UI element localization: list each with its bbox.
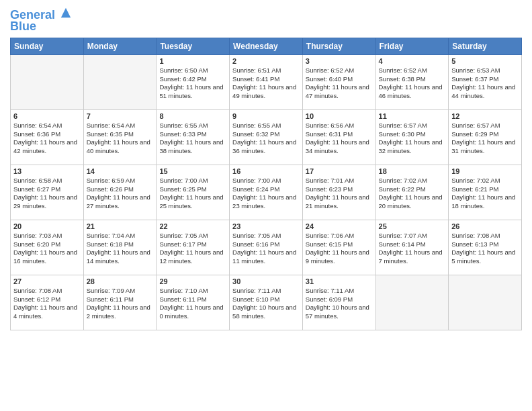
calendar-header-cell: Tuesday — [157, 38, 230, 54]
calendar-day-cell: 11Sunrise: 6:57 AMSunset: 6:30 PMDayligh… — [375, 109, 449, 165]
day-detail: Sunrise: 7:00 AMSunset: 6:25 PMDaylight:… — [159, 177, 226, 211]
calendar-day-cell: 3Sunrise: 6:52 AMSunset: 6:40 PMDaylight… — [302, 54, 375, 109]
day-number: 27 — [13, 277, 81, 285]
svg-marker-0 — [61, 8, 71, 17]
day-detail: Sunrise: 6:55 AMSunset: 6:32 PMDaylight:… — [232, 122, 300, 156]
calendar-week-row: 27Sunrise: 7:08 AMSunset: 6:12 PMDayligh… — [11, 275, 522, 330]
day-detail: Sunrise: 7:04 AMSunset: 6:18 PMDaylight:… — [87, 232, 154, 266]
calendar-day-cell: 20Sunrise: 7:03 AMSunset: 6:20 PMDayligh… — [11, 220, 84, 275]
day-detail: Sunrise: 7:11 AMSunset: 6:10 PMDaylight:… — [232, 287, 300, 321]
day-number: 29 — [159, 277, 226, 285]
calendar-day-cell: 14Sunrise: 6:59 AMSunset: 6:26 PMDayligh… — [83, 165, 157, 220]
day-detail: Sunrise: 6:52 AMSunset: 6:38 PMDaylight:… — [379, 66, 446, 101]
day-number: 2 — [232, 57, 300, 65]
day-number: 23 — [232, 222, 300, 230]
calendar-header-cell: Sunday — [11, 38, 84, 54]
calendar-header-cell: Thursday — [302, 38, 375, 54]
calendar-day-cell: 12Sunrise: 6:57 AMSunset: 6:29 PMDayligh… — [449, 109, 522, 165]
calendar-day-cell — [83, 54, 157, 109]
day-number: 28 — [87, 277, 154, 285]
day-number: 12 — [451, 112, 519, 120]
day-number: 31 — [306, 277, 373, 285]
calendar-week-row: 20Sunrise: 7:03 AMSunset: 6:20 PMDayligh… — [11, 220, 522, 275]
calendar-header-cell: Monday — [83, 38, 157, 54]
logo: General Blue — [10, 7, 72, 34]
day-detail: Sunrise: 6:57 AMSunset: 6:29 PMDaylight:… — [451, 122, 519, 156]
calendar-day-cell: 31Sunrise: 7:11 AMSunset: 6:09 PMDayligh… — [302, 275, 375, 330]
day-detail: Sunrise: 7:07 AMSunset: 6:14 PMDaylight:… — [379, 232, 446, 266]
calendar-header-cell: Friday — [375, 38, 449, 54]
day-detail: Sunrise: 7:06 AMSunset: 6:15 PMDaylight:… — [306, 232, 373, 266]
day-number: 6 — [13, 112, 81, 120]
calendar-day-cell: 18Sunrise: 7:02 AMSunset: 6:22 PMDayligh… — [375, 165, 449, 220]
calendar-day-cell — [375, 275, 449, 330]
day-detail: Sunrise: 7:05 AMSunset: 6:17 PMDaylight:… — [159, 232, 226, 266]
calendar-day-cell: 9Sunrise: 6:55 AMSunset: 6:32 PMDaylight… — [230, 109, 303, 165]
day-detail: Sunrise: 7:02 AMSunset: 6:21 PMDaylight:… — [451, 177, 519, 211]
day-detail: Sunrise: 6:59 AMSunset: 6:26 PMDaylight:… — [87, 177, 154, 211]
day-number: 20 — [13, 222, 81, 230]
calendar-day-cell: 30Sunrise: 7:11 AMSunset: 6:10 PMDayligh… — [230, 275, 303, 330]
day-number: 3 — [306, 57, 373, 65]
calendar-day-cell: 22Sunrise: 7:05 AMSunset: 6:17 PMDayligh… — [157, 220, 230, 275]
calendar-day-cell: 1Sunrise: 6:50 AMSunset: 6:42 PMDaylight… — [157, 54, 230, 109]
day-detail: Sunrise: 6:54 AMSunset: 6:36 PMDaylight:… — [13, 122, 81, 156]
day-detail: Sunrise: 7:00 AMSunset: 6:24 PMDaylight:… — [232, 177, 300, 211]
calendar-day-cell: 25Sunrise: 7:07 AMSunset: 6:14 PMDayligh… — [375, 220, 449, 275]
day-number: 8 — [159, 112, 226, 120]
calendar-day-cell: 13Sunrise: 6:58 AMSunset: 6:27 PMDayligh… — [11, 165, 84, 220]
calendar-day-cell — [449, 275, 522, 330]
day-detail: Sunrise: 6:57 AMSunset: 6:30 PMDaylight:… — [379, 122, 446, 156]
day-detail: Sunrise: 6:55 AMSunset: 6:33 PMDaylight:… — [159, 122, 226, 156]
day-detail: Sunrise: 7:01 AMSunset: 6:23 PMDaylight:… — [306, 177, 373, 211]
calendar-day-cell: 17Sunrise: 7:01 AMSunset: 6:23 PMDayligh… — [302, 165, 375, 220]
day-number: 4 — [379, 57, 446, 65]
calendar-day-cell: 16Sunrise: 7:00 AMSunset: 6:24 PMDayligh… — [230, 165, 303, 220]
day-detail: Sunrise: 7:03 AMSunset: 6:20 PMDaylight:… — [13, 232, 81, 266]
calendar-week-row: 13Sunrise: 6:58 AMSunset: 6:27 PMDayligh… — [11, 165, 522, 220]
calendar-day-cell: 29Sunrise: 7:10 AMSunset: 6:11 PMDayligh… — [157, 275, 230, 330]
calendar-table: SundayMondayTuesdayWednesdayThursdayFrid… — [10, 38, 522, 330]
calendar-day-cell: 6Sunrise: 6:54 AMSunset: 6:36 PMDaylight… — [11, 109, 84, 165]
logo-icon — [60, 7, 72, 19]
day-number: 30 — [232, 277, 300, 285]
day-number: 24 — [306, 222, 373, 230]
calendar-day-cell: 23Sunrise: 7:05 AMSunset: 6:16 PMDayligh… — [230, 220, 303, 275]
calendar-week-row: 6Sunrise: 6:54 AMSunset: 6:36 PMDaylight… — [11, 109, 522, 165]
calendar-body: 1Sunrise: 6:50 AMSunset: 6:42 PMDaylight… — [11, 54, 522, 330]
day-number: 14 — [87, 167, 154, 175]
calendar-day-cell: 4Sunrise: 6:52 AMSunset: 6:38 PMDaylight… — [375, 54, 449, 109]
day-detail: Sunrise: 7:08 AMSunset: 6:12 PMDaylight:… — [13, 287, 81, 321]
day-number: 25 — [379, 222, 446, 230]
day-number: 17 — [306, 167, 373, 175]
calendar-day-cell: 5Sunrise: 6:53 AMSunset: 6:37 PMDaylight… — [449, 54, 522, 109]
calendar-header-row: SundayMondayTuesdayWednesdayThursdayFrid… — [11, 38, 522, 54]
day-detail: Sunrise: 6:54 AMSunset: 6:35 PMDaylight:… — [87, 122, 154, 156]
calendar-day-cell: 27Sunrise: 7:08 AMSunset: 6:12 PMDayligh… — [11, 275, 84, 330]
day-number: 9 — [232, 112, 300, 120]
day-number: 7 — [87, 112, 154, 120]
day-detail: Sunrise: 7:09 AMSunset: 6:11 PMDaylight:… — [87, 287, 154, 321]
calendar-day-cell: 2Sunrise: 6:51 AMSunset: 6:41 PMDaylight… — [230, 54, 303, 109]
day-detail: Sunrise: 6:52 AMSunset: 6:40 PMDaylight:… — [306, 66, 373, 101]
day-number: 16 — [232, 167, 300, 175]
day-detail: Sunrise: 6:50 AMSunset: 6:42 PMDaylight:… — [159, 66, 226, 101]
day-detail: Sunrise: 6:53 AMSunset: 6:37 PMDaylight:… — [451, 66, 519, 101]
day-detail: Sunrise: 6:56 AMSunset: 6:31 PMDaylight:… — [306, 122, 373, 156]
day-detail: Sunrise: 7:02 AMSunset: 6:22 PMDaylight:… — [379, 177, 446, 211]
day-detail: Sunrise: 7:05 AMSunset: 6:16 PMDaylight:… — [232, 232, 300, 266]
calendar-day-cell: 15Sunrise: 7:00 AMSunset: 6:25 PMDayligh… — [157, 165, 230, 220]
calendar-day-cell: 7Sunrise: 6:54 AMSunset: 6:35 PMDaylight… — [83, 109, 157, 165]
calendar-day-cell: 8Sunrise: 6:55 AMSunset: 6:33 PMDaylight… — [157, 109, 230, 165]
day-detail: Sunrise: 7:11 AMSunset: 6:09 PMDaylight:… — [306, 287, 373, 321]
calendar-day-cell: 28Sunrise: 7:09 AMSunset: 6:11 PMDayligh… — [83, 275, 157, 330]
day-number: 15 — [159, 167, 226, 175]
day-number: 11 — [379, 112, 446, 120]
day-number: 18 — [379, 167, 446, 175]
calendar-day-cell — [11, 54, 84, 109]
day-number: 13 — [13, 167, 81, 175]
day-detail: Sunrise: 7:08 AMSunset: 6:13 PMDaylight:… — [451, 232, 519, 266]
page-header: General Blue — [10, 7, 522, 34]
calendar-day-cell: 24Sunrise: 7:06 AMSunset: 6:15 PMDayligh… — [302, 220, 375, 275]
day-number: 5 — [451, 57, 519, 65]
